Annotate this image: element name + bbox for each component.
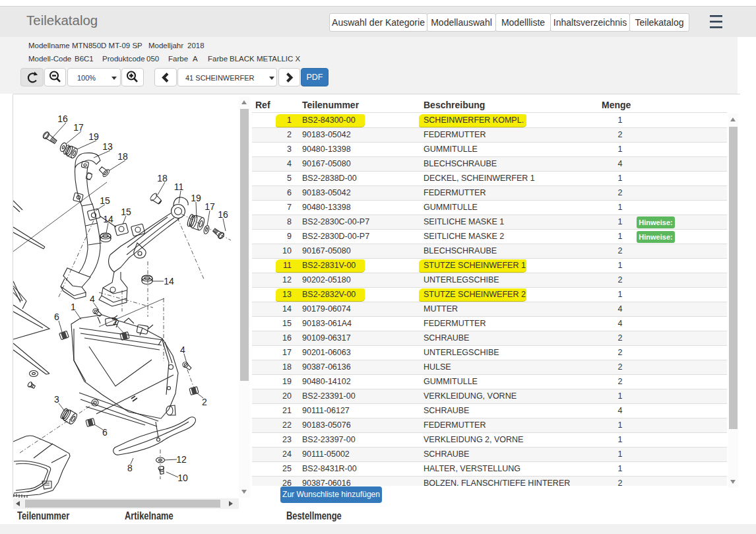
svg-text:18: 18 (157, 173, 168, 184)
svg-text:10: 10 (177, 473, 188, 483)
svg-text:14: 14 (164, 276, 174, 286)
svg-text:16: 16 (218, 209, 228, 220)
svg-text:6: 6 (102, 427, 108, 438)
svg-text:18: 18 (117, 151, 128, 162)
svg-text:4: 4 (90, 294, 95, 304)
svg-text:15: 15 (100, 195, 110, 206)
svg-text:17: 17 (205, 201, 215, 212)
svg-text:15: 15 (121, 207, 131, 217)
svg-text:8: 8 (127, 463, 133, 473)
svg-text:1: 1 (71, 302, 76, 312)
svg-text:12: 12 (176, 454, 187, 465)
svg-text:19: 19 (88, 131, 99, 142)
svg-text:11: 11 (174, 182, 184, 192)
svg-text:2: 2 (202, 397, 207, 407)
svg-text:6: 6 (54, 312, 59, 322)
svg-text:16: 16 (57, 114, 68, 124)
svg-text:2: 2 (113, 316, 118, 327)
svg-text:14: 14 (103, 214, 113, 224)
svg-text:19: 19 (191, 193, 201, 203)
svg-text:13: 13 (102, 141, 113, 152)
svg-text:3: 3 (54, 394, 59, 405)
svg-text:4: 4 (180, 345, 185, 355)
svg-text:17: 17 (73, 122, 84, 133)
